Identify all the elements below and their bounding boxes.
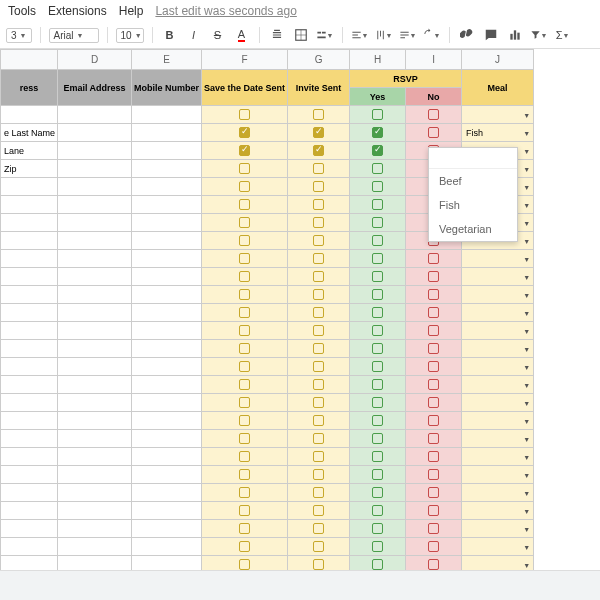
column-header[interactable]: H xyxy=(350,50,406,70)
cell[interactable] xyxy=(1,268,58,286)
cell-meal[interactable]: ▼ xyxy=(462,340,534,358)
header-no[interactable]: No xyxy=(406,88,462,106)
functions-button[interactable]: Σ▼ xyxy=(554,26,572,44)
text-color-button[interactable]: A xyxy=(233,26,251,44)
comment-button[interactable] xyxy=(482,26,500,44)
cell-meal[interactable]: ▼ xyxy=(462,106,534,124)
header-yes[interactable]: Yes xyxy=(350,88,406,106)
cell-invite[interactable] xyxy=(288,448,350,466)
cell-yes[interactable] xyxy=(350,160,406,178)
dropdown-option[interactable]: Vegetarian xyxy=(429,217,517,241)
cell-savedate[interactable] xyxy=(202,142,288,160)
cell-savedate[interactable] xyxy=(202,124,288,142)
checkbox[interactable] xyxy=(428,253,439,264)
cell-invite[interactable] xyxy=(288,178,350,196)
cell[interactable] xyxy=(58,520,132,538)
checkbox[interactable] xyxy=(313,541,324,552)
cell-yes[interactable] xyxy=(350,322,406,340)
dropdown-arrow-icon[interactable]: ▼ xyxy=(523,327,530,334)
cell-invite[interactable] xyxy=(288,250,350,268)
cell-meal[interactable]: ▼ xyxy=(462,520,534,538)
cell[interactable] xyxy=(1,196,58,214)
checkbox[interactable] xyxy=(313,289,324,300)
cell-savedate[interactable] xyxy=(202,520,288,538)
cell[interactable] xyxy=(132,412,202,430)
cell-meal[interactable]: ▼ xyxy=(462,430,534,448)
cell-meal[interactable]: ▼ xyxy=(462,502,534,520)
checkbox[interactable] xyxy=(372,109,383,120)
cell-no[interactable] xyxy=(406,538,462,556)
dropdown-arrow-icon[interactable]: ▼ xyxy=(523,147,530,154)
checkbox[interactable] xyxy=(372,253,383,264)
checkbox[interactable] xyxy=(428,451,439,462)
checkbox[interactable] xyxy=(239,505,250,516)
cell-meal[interactable]: ▼ xyxy=(462,448,534,466)
checkbox[interactable] xyxy=(428,379,439,390)
dropdown-arrow-icon[interactable]: ▼ xyxy=(523,399,530,406)
cell-yes[interactable] xyxy=(350,214,406,232)
cell[interactable] xyxy=(58,232,132,250)
cell-savedate[interactable] xyxy=(202,106,288,124)
cell-savedate[interactable] xyxy=(202,304,288,322)
checkbox[interactable] xyxy=(428,271,439,282)
dropdown-arrow-icon[interactable]: ▼ xyxy=(523,363,530,370)
cell[interactable] xyxy=(132,106,202,124)
cell-savedate[interactable] xyxy=(202,250,288,268)
checkbox[interactable] xyxy=(239,289,250,300)
cell-yes[interactable] xyxy=(350,268,406,286)
checkbox[interactable] xyxy=(313,505,324,516)
cell-meal[interactable]: ▼ xyxy=(462,250,534,268)
cell-yes[interactable] xyxy=(350,232,406,250)
cell[interactable] xyxy=(132,142,202,160)
cell[interactable] xyxy=(132,484,202,502)
cell-no[interactable] xyxy=(406,484,462,502)
sheet-tabs-bar[interactable] xyxy=(0,570,600,600)
cell-yes[interactable] xyxy=(350,538,406,556)
checkbox[interactable] xyxy=(313,523,324,534)
checkbox[interactable] xyxy=(313,307,324,318)
cell[interactable] xyxy=(58,286,132,304)
cell-meal[interactable]: ▼ xyxy=(462,412,534,430)
cell-savedate[interactable] xyxy=(202,502,288,520)
cell-no[interactable] xyxy=(406,124,462,142)
header-email[interactable]: Email Address xyxy=(58,70,132,106)
dropdown-arrow-icon[interactable]: ▼ xyxy=(523,219,530,226)
header-invite[interactable]: Invite Sent xyxy=(288,70,350,106)
cell[interactable] xyxy=(1,106,58,124)
dropdown-arrow-icon[interactable]: ▼ xyxy=(523,435,530,442)
header-mobile[interactable]: Mobile Number xyxy=(132,70,202,106)
cell-yes[interactable] xyxy=(350,340,406,358)
dropdown-arrow-icon[interactable]: ▼ xyxy=(523,381,530,388)
cell-yes[interactable] xyxy=(350,250,406,268)
checkbox[interactable] xyxy=(313,361,324,372)
cell[interactable] xyxy=(132,340,202,358)
menu-help[interactable]: Help xyxy=(119,4,144,18)
checkbox[interactable] xyxy=(372,145,383,156)
cell[interactable] xyxy=(1,232,58,250)
cell[interactable] xyxy=(132,250,202,268)
cell[interactable]: Zip xyxy=(1,160,58,178)
cell[interactable] xyxy=(58,142,132,160)
cell[interactable] xyxy=(1,502,58,520)
checkbox[interactable] xyxy=(428,523,439,534)
cell-meal[interactable]: Fish▼ xyxy=(462,124,534,142)
checkbox[interactable] xyxy=(239,487,250,498)
cell-meal[interactable]: ▼ xyxy=(462,376,534,394)
cell-invite[interactable] xyxy=(288,430,350,448)
checkbox[interactable] xyxy=(372,217,383,228)
cell-invite[interactable] xyxy=(288,376,350,394)
dropdown-arrow-icon[interactable]: ▼ xyxy=(523,543,530,550)
cell-invite[interactable] xyxy=(288,142,350,160)
cell-meal[interactable]: ▼ xyxy=(462,538,534,556)
cell[interactable] xyxy=(1,538,58,556)
wrap-button[interactable]: ▼ xyxy=(399,26,417,44)
cell[interactable] xyxy=(58,448,132,466)
cell-yes[interactable] xyxy=(350,484,406,502)
checkbox[interactable] xyxy=(239,181,250,192)
cell-yes[interactable] xyxy=(350,196,406,214)
checkbox[interactable] xyxy=(428,289,439,300)
cell-invite[interactable] xyxy=(288,106,350,124)
cell[interactable] xyxy=(58,394,132,412)
cell-meal[interactable]: ▼ xyxy=(462,286,534,304)
checkbox[interactable] xyxy=(313,145,324,156)
